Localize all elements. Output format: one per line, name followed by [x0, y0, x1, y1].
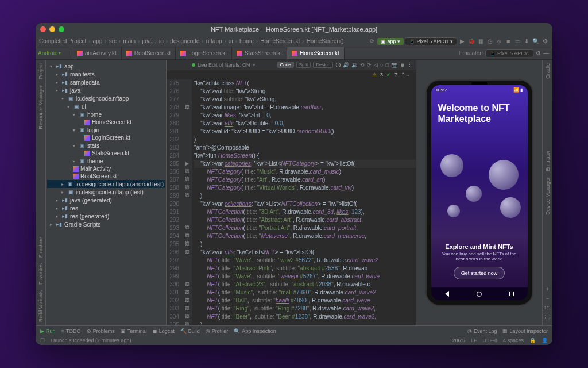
- status-man-icon[interactable]: 👤: [541, 338, 548, 343]
- crumb[interactable]: HomeScreen.kt: [260, 38, 300, 44]
- overview-icon[interactable]: □: [386, 62, 389, 68]
- editor-tab[interactable]: RootScreen.kt: [122, 47, 176, 59]
- tree-node[interactable]: RootScreen.kt: [47, 172, 165, 180]
- record-icon[interactable]: ⏺: [400, 62, 405, 68]
- rail-gradle[interactable]: Gradle: [545, 63, 551, 79]
- coverage-icon[interactable]: ▦: [477, 37, 485, 45]
- editor-tab[interactable]: LoginScreen.kt: [176, 47, 232, 59]
- tree-node[interactable]: ▾▸▮app: [47, 62, 165, 70]
- crumb[interactable]: src: [109, 38, 117, 44]
- zoom-fit-icon[interactable]: ⛶: [545, 314, 550, 320]
- tree-node[interactable]: ▸▸▮res (generated): [47, 212, 165, 220]
- gear-icon[interactable]: ⚙: [536, 50, 541, 56]
- status-line-sep[interactable]: LF: [471, 338, 477, 343]
- mode-design[interactable]: Design: [313, 62, 333, 68]
- crumb[interactable]: nftapp: [206, 38, 222, 44]
- rail-project[interactable]: Project: [38, 63, 44, 79]
- nav-home-icon[interactable]: [477, 292, 482, 297]
- tree-node[interactable]: HomeScreen.kt: [47, 118, 165, 126]
- power-icon[interactable]: ⏻: [335, 62, 341, 68]
- tool-todo[interactable]: ≡ TODO: [61, 328, 81, 334]
- project-view-selector[interactable]: Android: [36, 47, 72, 59]
- project-tree[interactable]: ▾▸▮app▸▸▮manifests▸▸▮sampledata▾▸▮java▾▣…: [46, 60, 167, 325]
- rail-favorites[interactable]: Favorites: [38, 263, 44, 285]
- zoom-in-icon[interactable]: +: [546, 286, 549, 292]
- tree-node[interactable]: StatsScreen.kt: [47, 150, 165, 157]
- tree-node[interactable]: ▸▸▮java (generated): [47, 196, 165, 204]
- tree-node[interactable]: ▾▣stats: [47, 141, 165, 150]
- run-icon[interactable]: ▶: [458, 37, 466, 45]
- tree-node[interactable]: ▸▣io.designcode.nftapp (androidTest): [47, 180, 165, 188]
- screenshot-icon[interactable]: 📷: [391, 62, 397, 68]
- rotate-right-icon[interactable]: ⟳: [367, 62, 372, 68]
- status-caret-pos[interactable]: 286:5: [452, 338, 465, 343]
- tree-node[interactable]: ▸▣io.designcode.nftapp (test): [47, 188, 165, 196]
- inspection-widget[interactable]: ⚠3 ✔7 ⌃⌄: [167, 70, 416, 79]
- attach-icon[interactable]: ⎋: [495, 37, 503, 45]
- minimize-icon[interactable]: [49, 26, 55, 32]
- sdk-icon[interactable]: ⬇: [523, 37, 531, 45]
- code-editor[interactable]: 2752762772782792802812822832842852862872…: [167, 79, 416, 325]
- tree-node[interactable]: ▸▸▮sampledata: [47, 78, 165, 86]
- stop-icon[interactable]: ■: [504, 37, 512, 45]
- chevron-icon[interactable]: ⌃⌄: [401, 72, 410, 78]
- run-config-selector[interactable]: ▣ app ▾: [377, 38, 404, 45]
- mode-split[interactable]: Split: [296, 62, 311, 68]
- status-lock-icon[interactable]: 🔒: [529, 338, 536, 343]
- zoom-out-icon[interactable]: −: [546, 296, 549, 301]
- crumb[interactable]: java: [142, 38, 152, 44]
- tool-layout-inspector[interactable]: ▦ Layout Inspector: [502, 328, 548, 334]
- tool-event-log[interactable]: ◔ Event Log: [467, 328, 497, 334]
- tree-node[interactable]: ▸▣theme: [47, 157, 165, 165]
- crumb[interactable]: main: [123, 38, 136, 44]
- mode-code[interactable]: Code: [277, 62, 294, 68]
- tree-node[interactable]: MainActivity: [47, 165, 165, 172]
- rail-build-variants[interactable]: Build Variants: [38, 290, 44, 322]
- crumb[interactable]: Completed Project: [39, 38, 86, 44]
- crumb[interactable]: io: [159, 38, 164, 44]
- status-encoding[interactable]: UTF-8: [482, 338, 497, 343]
- tree-node[interactable]: ▸▸▮Gradle Scripts: [47, 220, 165, 228]
- crumb[interactable]: HomeScreen(): [307, 38, 344, 44]
- debug-icon[interactable]: 🐞: [467, 37, 475, 45]
- rail-device-manager[interactable]: Device Manager: [545, 177, 551, 215]
- settings-icon[interactable]: ⚙: [541, 37, 549, 45]
- home-icon[interactable]: ○: [380, 62, 383, 68]
- nav-overview-icon[interactable]: [509, 292, 514, 296]
- back-icon[interactable]: ◁: [374, 62, 378, 68]
- volume-down-icon[interactable]: 🔉: [351, 62, 358, 68]
- more-icon[interactable]: ⋮: [407, 62, 412, 68]
- tree-node[interactable]: ▾▣ui: [47, 102, 165, 110]
- tool-terminal[interactable]: ▣ Terminal: [121, 328, 147, 334]
- tree-node[interactable]: ▾▣io.designcode.nftapp: [47, 94, 165, 102]
- profile-icon[interactable]: ◷: [486, 37, 494, 45]
- tree-node[interactable]: LoginScreen.kt: [47, 134, 165, 141]
- rotate-left-icon[interactable]: ⟲: [360, 62, 365, 68]
- avd-icon[interactable]: ▭: [513, 37, 521, 45]
- tree-node[interactable]: ▾▣home: [47, 110, 165, 118]
- close-icon[interactable]: [40, 26, 46, 32]
- tool-app-inspection[interactable]: 🔍 App Inspection: [234, 328, 276, 334]
- tool-run[interactable]: ▶ Run: [40, 328, 56, 334]
- rail-emulator[interactable]: Emulator: [545, 151, 551, 171]
- maximize-icon[interactable]: [59, 26, 64, 32]
- crumb[interactable]: ui: [229, 38, 233, 44]
- rail-resource-manager[interactable]: Resource Manager: [38, 85, 44, 129]
- editor-tab[interactable]: HomeScreen.kt: [287, 47, 345, 59]
- tool-problems[interactable]: ⊘ Problems: [87, 328, 115, 334]
- tree-node[interactable]: ▸▸▮res: [47, 204, 165, 212]
- tree-node[interactable]: ▸▸▮manifests: [47, 70, 165, 78]
- crumb[interactable]: home: [239, 38, 254, 44]
- tool-profiler[interactable]: ◷ Profiler: [206, 328, 229, 334]
- editor-tab[interactable]: StatsScreen.kt: [232, 47, 287, 59]
- nav-back-icon[interactable]: [445, 291, 449, 297]
- sync-icon[interactable]: ⟳: [368, 37, 376, 45]
- volume-up-icon[interactable]: 🔊: [343, 62, 349, 68]
- status-indent[interactable]: 4 spaces: [503, 338, 524, 343]
- tree-node[interactable]: ▾▸▮java: [47, 86, 165, 94]
- emulator-viewport[interactable]: 10:27 📶 ▮ Welcome to NFTMarketplace: [419, 62, 540, 323]
- live-edit-label[interactable]: Live Edit of literals: ON: [198, 62, 250, 68]
- device-selector[interactable]: 📱 Pixel 5 API 31 ▾: [405, 37, 457, 45]
- crumb[interactable]: designcode: [170, 38, 199, 44]
- search-icon[interactable]: 🔍: [532, 37, 540, 45]
